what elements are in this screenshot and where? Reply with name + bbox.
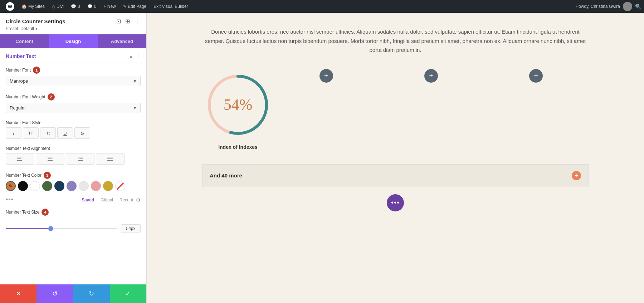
save-button[interactable]: ✓ bbox=[110, 284, 146, 303]
svg-rect-4 bbox=[48, 158, 52, 159]
more-bar-text: And 40 more bbox=[210, 172, 242, 179]
number-text-section-header: Number Text ▲ ⋮ bbox=[0, 48, 146, 63]
collapse-section-button[interactable]: ▲ bbox=[128, 53, 133, 59]
page-content-area: Donec ultricies lobortis eros, nec aucto… bbox=[147, 13, 644, 303]
number-font-style-row: Number Font Style I TT Tt U S bbox=[0, 117, 146, 142]
color-swatch-white[interactable] bbox=[30, 181, 40, 191]
svg-rect-9 bbox=[107, 157, 113, 157]
tab-advanced[interactable]: Advanced bbox=[98, 34, 146, 48]
number-text-size-row: Number Text Size 4 bbox=[0, 205, 146, 221]
tab-content[interactable]: Content bbox=[0, 34, 49, 48]
panel-responsive-icon[interactable]: ⊡ bbox=[116, 17, 122, 25]
align-left-button[interactable] bbox=[6, 153, 34, 165]
color-swatch-purple[interactable] bbox=[67, 181, 77, 191]
capitalize-button[interactable]: Tt bbox=[40, 127, 56, 139]
circle-counter-label: Index of Indexes bbox=[218, 144, 258, 150]
new-button[interactable]: + New bbox=[101, 0, 118, 13]
number-text-alignment-label-text: Number Text Alignment bbox=[6, 146, 50, 151]
align-justify-button[interactable] bbox=[96, 153, 125, 165]
svg-rect-0 bbox=[17, 157, 23, 157]
top-bar: W 🏠 My Sites ◇ Divi 💬 3 💬 0 + New ✎ Edit… bbox=[0, 0, 644, 13]
panel-layout-icon[interactable]: ⊞ bbox=[125, 17, 131, 25]
comment2-count: 0 bbox=[94, 4, 97, 9]
number-font-style-label-text: Number Font Style bbox=[6, 120, 42, 125]
my-sites-menu[interactable]: 🏠 My Sites bbox=[19, 0, 48, 13]
panel-content: Number Text ▲ ⋮ Number Font 1 Manrope Ar… bbox=[0, 48, 146, 284]
float-action-button[interactable]: ••• bbox=[387, 194, 404, 211]
svg-rect-5 bbox=[48, 160, 53, 161]
undo-button[interactable]: ↺ bbox=[36, 284, 73, 303]
add-counter-button-2[interactable]: + bbox=[424, 69, 438, 83]
comments-menu[interactable]: 💬 3 bbox=[68, 0, 83, 13]
panel-menu-icon[interactable]: ⋮ bbox=[133, 17, 141, 25]
svg-rect-2 bbox=[17, 160, 22, 161]
more-bar-add-button[interactable]: + bbox=[572, 171, 581, 180]
font-style-buttons: I TT Tt U S bbox=[6, 127, 141, 139]
step-2-badge: 2 bbox=[48, 93, 55, 101]
panel-title-row: Circle Counter Settings ⊡ ⊞ ⋮ bbox=[6, 17, 141, 25]
top-bar-right: Howdy, Christina Gwira 🔍 bbox=[576, 2, 641, 11]
panel-header: Circle Counter Settings ⊡ ⊞ ⋮ Preset: De… bbox=[0, 13, 146, 34]
circle-container: 54% bbox=[202, 69, 274, 141]
color-dots-button[interactable]: ••• bbox=[6, 196, 14, 204]
step-1-badge: 1 bbox=[33, 67, 40, 74]
tab-design[interactable]: Design bbox=[49, 34, 97, 48]
add-counter-button-3[interactable]: + bbox=[529, 69, 543, 83]
panel-header-icons: ⊡ ⊞ ⋮ bbox=[116, 17, 141, 25]
number-font-weight-select[interactable]: Regular Bold Light bbox=[6, 103, 141, 113]
number-text-color-label: Number Text Color 3 bbox=[6, 172, 141, 179]
comments-icon: 💬 bbox=[71, 4, 76, 9]
underline-button[interactable]: U bbox=[57, 127, 73, 139]
edit-page-button[interactable]: ✎ Edit Page bbox=[120, 0, 149, 13]
comment2-icon: 💬 bbox=[87, 4, 93, 9]
recent-colors-link[interactable]: Recent bbox=[119, 197, 133, 202]
user-label: Howdy, Christina Gwira bbox=[576, 4, 620, 9]
color-swatch-pink[interactable] bbox=[91, 181, 101, 191]
home-icon: 🏠 bbox=[21, 4, 27, 9]
color-swatch-navy[interactable] bbox=[54, 181, 64, 191]
strikethrough-button[interactable]: S bbox=[74, 127, 90, 139]
color-swatch-black[interactable] bbox=[18, 181, 28, 191]
wp-logo[interactable]: W bbox=[3, 0, 17, 13]
size-slider-row bbox=[0, 221, 146, 236]
number-font-weight-label: Number Font Weight 2 bbox=[6, 93, 141, 101]
divi-menu[interactable]: ◇ Divi bbox=[49, 0, 67, 13]
color-swatch-gold[interactable] bbox=[103, 181, 113, 191]
global-colors-link[interactable]: Global bbox=[101, 197, 113, 202]
size-slider-track[interactable] bbox=[6, 228, 117, 229]
search-icon[interactable]: 🔍 bbox=[635, 4, 641, 9]
preset-label[interactable]: Preset: Default ▾ bbox=[6, 26, 141, 31]
number-font-label: Number Font 1 bbox=[6, 67, 141, 74]
number-text-color-row: Number Text Color 3 ✎ bbox=[0, 168, 146, 195]
saved-colors-link[interactable]: Saved bbox=[82, 197, 94, 202]
number-font-select[interactable]: Manrope Arial Georgia bbox=[6, 76, 141, 86]
color-swatch-clear[interactable] bbox=[115, 181, 125, 191]
italic-button[interactable]: I bbox=[6, 127, 21, 139]
number-font-weight-row: Number Font Weight 2 Regular Bold Light … bbox=[0, 90, 146, 117]
redo-button[interactable]: ↻ bbox=[73, 284, 110, 303]
section-menu-button[interactable]: ⋮ bbox=[136, 53, 141, 59]
color-swatch-active[interactable]: ✎ bbox=[6, 181, 16, 191]
add-counter-button-1[interactable]: + bbox=[319, 69, 333, 83]
comment-count2[interactable]: 💬 0 bbox=[84, 0, 99, 13]
number-font-label-text: Number Font bbox=[6, 68, 31, 73]
color-gear-button[interactable]: ⚙ bbox=[136, 197, 141, 203]
size-slider-value[interactable] bbox=[121, 224, 141, 233]
comments-count: 3 bbox=[78, 4, 80, 9]
size-slider-thumb[interactable] bbox=[48, 226, 53, 231]
page-paragraph: Donec ultricies lobortis eros, nec aucto… bbox=[202, 27, 589, 55]
uppercase-button[interactable]: TT bbox=[23, 127, 39, 139]
color-swatch-darkgreen[interactable] bbox=[42, 181, 52, 191]
exit-builder-button[interactable]: Exit Visual Builder bbox=[151, 0, 191, 13]
svg-rect-11 bbox=[107, 160, 113, 161]
svg-rect-8 bbox=[78, 160, 83, 161]
divi-label: Divi bbox=[57, 4, 64, 9]
color-swatch-lightgray[interactable] bbox=[79, 181, 89, 191]
number-text-size-label: Number Text Size 4 bbox=[6, 209, 141, 216]
svg-rect-7 bbox=[79, 158, 83, 159]
counter-row: 54% Index of Indexes + + + bbox=[202, 69, 589, 150]
cancel-button[interactable]: ✕ bbox=[0, 284, 36, 303]
color-swatches: ✎ bbox=[6, 181, 141, 191]
align-center-button[interactable] bbox=[36, 153, 64, 165]
align-right-button[interactable] bbox=[66, 153, 94, 165]
